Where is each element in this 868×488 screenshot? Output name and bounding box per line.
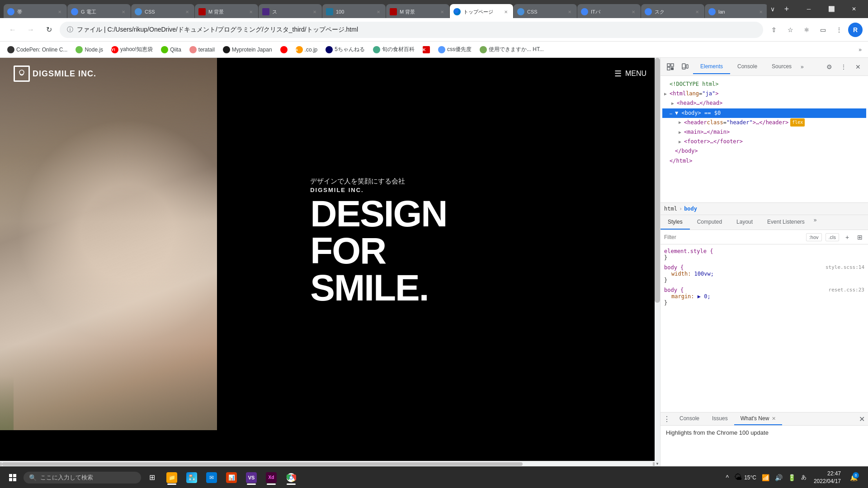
taskbar-search[interactable]: 🔍 ここに入力して検索 [24, 472, 141, 483]
expand-header[interactable]: ▶ [679, 119, 684, 126]
cls-filter-btn[interactable]: .cls [826, 233, 840, 241]
tab-11[interactable]: スク ✕ [641, 4, 704, 18]
scroll-down-arrow[interactable]: ▼ [655, 461, 660, 466]
tab-7[interactable]: M 背景 ✕ [386, 4, 449, 18]
tab-close-active[interactable]: ✕ [502, 8, 509, 15]
expand-body[interactable]: … [670, 109, 675, 117]
tab-2[interactable]: G 電工 ✕ [67, 4, 131, 18]
close-btn[interactable]: ✕ [844, 2, 864, 16]
bookmark-teratail[interactable]: teratail [186, 44, 218, 55]
expand-main[interactable]: ▶ [679, 129, 684, 136]
tab-close-12[interactable]: ✕ [757, 8, 764, 15]
tray-time-date[interactable]: 22:47 2022/04/17 [810, 468, 844, 487]
layout-tab[interactable]: Layout [729, 215, 760, 230]
taskbar-store-btn[interactable]: 🏪 [183, 469, 201, 487]
dom-line-head[interactable]: ▶ <head>…</head> [662, 99, 866, 108]
devtools-inspect-btn[interactable] [664, 61, 677, 73]
toggle-style-btn[interactable]: ⊞ [855, 233, 864, 242]
tab-5[interactable]: ス ✕ [259, 4, 322, 18]
tab-9[interactable]: CSS ✕ [514, 4, 577, 18]
devtools-close-btn[interactable]: ✕ [852, 61, 864, 73]
tab-10[interactable]: ITパ ✕ [577, 4, 641, 18]
expand-html[interactable]: ▶ [664, 90, 670, 98]
reload-btn[interactable]: ↻ [42, 23, 56, 37]
address-bar[interactable]: ⓘ ファイル | C:/Users/rikup/OneDrive/ドキュメント/… [60, 22, 763, 38]
tab-close-1[interactable]: ✕ [56, 8, 63, 15]
breadcrumb-body[interactable]: body [684, 206, 697, 212]
bookmark-yahoo[interactable]: Y! yahoo!知恵袋 [108, 44, 156, 55]
taskbar-mail-btn[interactable]: ✉ [203, 469, 221, 487]
tab-close-10[interactable]: ✕ [630, 8, 637, 15]
expand-footer[interactable]: ▶ [679, 138, 684, 145]
site-nav[interactable]: ☰ MENU [614, 69, 646, 79]
bookmark-5ch[interactable]: 5ちゃんねる [322, 44, 368, 55]
bottom-panel-close-btn[interactable]: ✕ [855, 413, 868, 425]
taskbar-file-explorer-btn[interactable]: 📁 [163, 469, 181, 487]
tab-close-4[interactable]: ✕ [247, 8, 255, 15]
dom-line-header[interactable]: ▶ <header class="header">…</header> flex [662, 118, 866, 127]
tab-4[interactable]: M 背景 ✕ [195, 4, 258, 18]
tray-ime-icon[interactable]: あ [799, 472, 808, 483]
tab-6[interactable]: 100 ✕ [322, 4, 386, 18]
bookmark-youtube[interactable] [277, 44, 291, 55]
taskbar-office-btn[interactable]: 📊 [222, 469, 241, 487]
weather-widget[interactable]: 🌤 15°C [732, 473, 758, 482]
dom-line-body[interactable]: … ▼ <body> == $0 [662, 108, 866, 118]
tab-12[interactable]: lan ✕ [705, 4, 767, 18]
tab-close-5[interactable]: ✕ [311, 8, 318, 15]
styles-more-tabs-btn[interactable]: » [812, 215, 819, 230]
add-style-btn[interactable]: + [843, 233, 852, 242]
extensions-btn[interactable]: ⚛ [799, 23, 814, 37]
scroll-thumb[interactable] [655, 58, 660, 303]
tab-close-11[interactable]: ✕ [693, 8, 701, 15]
computed-tab[interactable]: Computed [690, 215, 729, 230]
event-listeners-tab[interactable]: Event Listeners [760, 215, 812, 230]
tray-battery-icon[interactable]: 🔋 [786, 472, 797, 483]
bookmark-qiita[interactable]: Qiita [157, 44, 185, 55]
tab-close-9[interactable]: ✕ [566, 8, 573, 15]
notification-btn[interactable]: 🔔 8 [846, 470, 861, 485]
tab-1[interactable]: 帯 ✕ [4, 4, 67, 18]
devtools-tab-console[interactable]: Console [730, 60, 764, 74]
taskbar-xd-btn[interactable]: Xd [262, 469, 280, 487]
restore-btn[interactable]: ⬜ [821, 2, 842, 16]
taskbar-vs-btn[interactable]: VS [242, 469, 260, 487]
bottom-tab-console[interactable]: Console [673, 413, 706, 425]
start-button[interactable] [4, 469, 22, 487]
dom-line-main[interactable]: ▶ <main>…</main> [662, 127, 866, 137]
tab-overflow-btn[interactable]: ∨ [769, 4, 777, 14]
tray-chevron-btn[interactable]: ^ [724, 472, 731, 483]
share-btn[interactable]: ⇧ [767, 23, 781, 37]
bookmark-btn[interactable]: ☆ [783, 23, 797, 37]
tab-close-2[interactable]: ✕ [120, 8, 127, 15]
devtools-tab-elements[interactable]: Elements [693, 60, 730, 74]
dom-line-footer[interactable]: ▶ <footer>…</footer> [662, 137, 866, 146]
tab-close-7[interactable]: ✕ [439, 8, 446, 15]
bottom-tab-whatsnew[interactable]: What's New ✕ [734, 413, 783, 425]
bookmarks-more-btn[interactable]: » [856, 45, 864, 55]
dom-line-close-body[interactable]: </body> [662, 146, 866, 156]
bookmark-amazon[interactable]: a .co.jp [292, 44, 321, 55]
back-btn[interactable]: ← [5, 23, 20, 37]
tray-network-icon[interactable]: 📶 [760, 472, 771, 483]
h-scroll-right-btn[interactable] [653, 462, 655, 466]
tab-active[interactable]: トップページ ✕ [450, 4, 513, 18]
bookmark-css-priority[interactable]: css優先度 [434, 44, 475, 55]
profile-btn[interactable]: R [848, 23, 863, 37]
dom-line-close-html[interactable]: </html> [662, 156, 866, 166]
minimize-btn[interactable]: ─ [798, 2, 819, 16]
tab-close-6[interactable]: ✕ [375, 8, 382, 15]
taskbar-chrome-btn[interactable] [282, 469, 300, 487]
bottom-panel-menu-btn[interactable]: ⋮ [660, 413, 673, 425]
dom-line-doctype[interactable]: <!DOCTYPE html> [662, 80, 866, 89]
hov-filter-btn[interactable]: :hov [806, 233, 822, 241]
cast-btn[interactable]: ▭ [816, 23, 830, 37]
menu-btn[interactable]: ⋮ [832, 23, 846, 37]
breadcrumb-html[interactable]: html [664, 206, 677, 212]
bookmark-codepen[interactable]: CodePen: Online C... [4, 44, 71, 55]
bookmark-food[interactable]: 旬の食材百科 [369, 44, 418, 55]
bookmark-nodejs[interactable]: Node.js [72, 44, 107, 55]
whatsnew-close-btn[interactable]: ✕ [772, 416, 776, 422]
new-tab-btn[interactable]: + [780, 3, 793, 15]
bookmark-myprotein[interactable]: Myprotein Japan [219, 44, 276, 55]
